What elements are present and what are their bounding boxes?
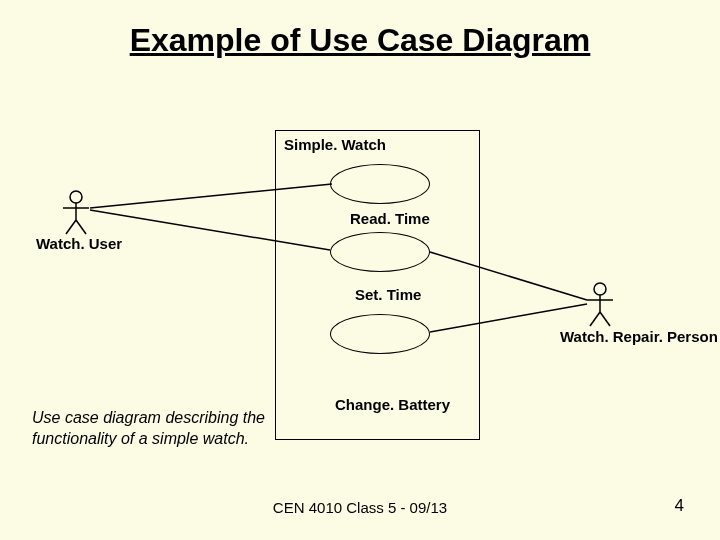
usecase-changebattery-label: Change. Battery bbox=[335, 396, 450, 413]
page-number: 4 bbox=[675, 496, 684, 516]
usecase-readtime-label: Read. Time bbox=[350, 210, 430, 227]
svg-line-9 bbox=[600, 312, 610, 326]
svg-line-3 bbox=[66, 220, 76, 234]
actor-user-icon bbox=[61, 190, 91, 236]
usecase-readtime bbox=[330, 164, 430, 204]
svg-point-0 bbox=[70, 191, 82, 203]
actor-repair-icon bbox=[585, 282, 615, 328]
footer-center: CEN 4010 Class 5 - 09/13 bbox=[273, 499, 447, 516]
actor-user-label: Watch. User bbox=[36, 235, 122, 252]
svg-line-4 bbox=[76, 220, 86, 234]
usecase-settime-label: Set. Time bbox=[355, 286, 421, 303]
svg-line-8 bbox=[590, 312, 600, 326]
page-title: Example of Use Case Diagram bbox=[130, 22, 591, 59]
description-text: Use case diagram describing the function… bbox=[32, 408, 282, 450]
usecase-settime bbox=[330, 232, 430, 272]
usecase-changebattery bbox=[330, 314, 430, 354]
actor-repair-label: Watch. Repair. Person bbox=[560, 328, 718, 345]
system-label: Simple. Watch bbox=[284, 136, 386, 153]
svg-point-5 bbox=[594, 283, 606, 295]
